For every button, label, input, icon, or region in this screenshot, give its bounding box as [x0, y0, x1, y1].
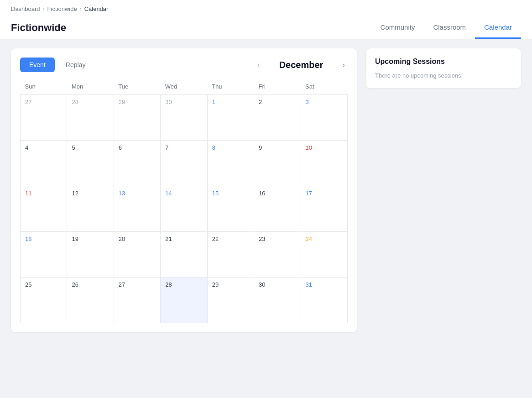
calendar-day-cell[interactable]: 3: [301, 95, 347, 141]
calendar-day-cell[interactable]: 27: [114, 278, 160, 323]
day-number: 27: [25, 99, 31, 105]
calendar-day-cell[interactable]: 6: [114, 141, 160, 186]
day-number: 23: [259, 236, 265, 242]
calendar-day-cell[interactable]: 25: [21, 278, 67, 323]
calendar-week-row: 45678910: [21, 141, 348, 186]
tab-classroom[interactable]: Classroom: [424, 17, 475, 39]
calendar-week-row: 25262728293031: [21, 278, 348, 323]
day-number: 16: [259, 190, 265, 197]
day-number: 28: [165, 281, 172, 288]
calendar-week-row: 27282930123: [21, 95, 348, 141]
month-nav: ‹ December ›: [255, 59, 348, 71]
month-title: December: [269, 60, 333, 70]
day-number: 28: [72, 99, 78, 105]
day-number: 2: [259, 99, 262, 105]
day-number: 26: [72, 281, 78, 288]
day-number: 20: [119, 236, 125, 242]
replay-button[interactable]: Replay: [57, 58, 95, 72]
day-number: 7: [165, 144, 168, 151]
day-number: 30: [165, 99, 172, 105]
calendar-day-cell[interactable]: 28: [67, 95, 114, 141]
calendar-day-cell[interactable]: 20: [114, 232, 160, 278]
col-fri: Fri: [254, 80, 301, 95]
day-number: 24: [306, 236, 312, 242]
calendar-week-row: 18192021222324: [21, 232, 348, 278]
col-sun: Sun: [21, 80, 67, 95]
calendar-day-cell[interactable]: 5: [67, 141, 114, 186]
calendar-day-cell[interactable]: 22: [207, 232, 254, 278]
day-number: 5: [72, 144, 75, 151]
day-number: 25: [25, 281, 31, 288]
day-number: 31: [306, 281, 312, 288]
breadcrumb-sep-2: ›: [80, 6, 82, 12]
calendar-day-cell[interactable]: 2: [254, 95, 301, 141]
day-number: 6: [119, 144, 122, 151]
day-number: 4: [25, 144, 28, 151]
calendar-day-cell[interactable]: 21: [161, 232, 207, 278]
calendar-day-cell[interactable]: 10: [301, 141, 347, 186]
calendar-day-cell[interactable]: 26: [67, 278, 114, 323]
calendar-day-cell[interactable]: 8: [207, 141, 254, 186]
chevron-left-icon: ‹: [257, 60, 260, 69]
day-number: 13: [119, 190, 125, 197]
event-button[interactable]: Event: [20, 58, 55, 72]
calendar-controls: Event Replay ‹ December ›: [20, 58, 348, 72]
calendar-day-cell[interactable]: 27: [21, 95, 67, 141]
calendar-day-cell[interactable]: 24: [301, 232, 347, 278]
breadcrumb-current: Calendar: [84, 5, 109, 12]
calendar-day-cell[interactable]: 13: [114, 186, 160, 232]
page-title: Fictionwide: [11, 22, 66, 34]
view-toggle: Event Replay: [20, 58, 94, 72]
day-number: 15: [212, 190, 219, 197]
calendar-day-cell[interactable]: 1: [207, 95, 254, 141]
calendar-day-cell[interactable]: 9: [254, 141, 301, 186]
col-thu: Thu: [207, 80, 254, 95]
calendar-day-cell[interactable]: 17: [301, 186, 347, 232]
calendar-day-cell[interactable]: 31: [301, 278, 347, 323]
day-number: 1: [212, 99, 215, 105]
calendar-day-cell[interactable]: 16: [254, 186, 301, 232]
prev-month-button[interactable]: ‹: [255, 59, 263, 71]
day-number: 17: [306, 190, 312, 197]
day-number: 30: [259, 281, 265, 288]
calendar-day-cell[interactable]: 18: [21, 232, 67, 278]
day-number: 10: [306, 144, 312, 151]
day-number: 8: [212, 144, 215, 151]
breadcrumb-sep-1: ›: [43, 6, 45, 12]
calendar-day-cell[interactable]: 30: [254, 278, 301, 323]
col-sat: Sat: [301, 80, 347, 95]
calendar-header-row: Sun Mon Tue Wed Thu Fri Sat: [21, 80, 348, 95]
calendar-day-cell[interactable]: 28: [161, 278, 207, 323]
calendar-day-cell[interactable]: 30: [161, 95, 207, 141]
day-number: 27: [119, 281, 125, 288]
col-tue: Tue: [114, 80, 160, 95]
chevron-right-icon: ›: [342, 60, 345, 69]
calendar-day-cell[interactable]: 7: [161, 141, 207, 186]
calendar-week-row: 11121314151617: [21, 186, 348, 232]
calendar-day-cell[interactable]: 29: [207, 278, 254, 323]
tab-community[interactable]: Community: [371, 17, 424, 39]
breadcrumb-fictionwide[interactable]: Fictionwide: [47, 5, 77, 12]
day-number: 11: [25, 190, 31, 197]
breadcrumb-dashboard[interactable]: Dashboard: [11, 5, 40, 12]
day-number: 18: [25, 236, 31, 242]
calendar-day-cell[interactable]: 14: [161, 186, 207, 232]
calendar-day-cell[interactable]: 29: [114, 95, 160, 141]
no-sessions-message: There are no upcoming sessions: [375, 72, 512, 79]
col-mon: Mon: [67, 80, 114, 95]
day-number: 22: [212, 236, 219, 242]
calendar-day-cell[interactable]: 23: [254, 232, 301, 278]
calendar-table: Sun Mon Tue Wed Thu Fri Sat 272829301234…: [20, 80, 348, 323]
tab-calendar[interactable]: Calendar: [475, 17, 521, 39]
day-number: 21: [165, 236, 172, 242]
day-number: 19: [72, 236, 78, 242]
calendar-day-cell[interactable]: 4: [21, 141, 67, 186]
calendar-day-cell[interactable]: 11: [21, 186, 67, 232]
next-month-button[interactable]: ›: [339, 59, 348, 71]
calendar-day-cell[interactable]: 19: [67, 232, 114, 278]
calendar-day-cell[interactable]: 12: [67, 186, 114, 232]
calendar-day-cell[interactable]: 15: [207, 186, 254, 232]
day-number: 9: [259, 144, 262, 151]
day-number: 29: [119, 99, 125, 105]
breadcrumb: Dashboard › Fictionwide › Calendar: [11, 0, 521, 14]
